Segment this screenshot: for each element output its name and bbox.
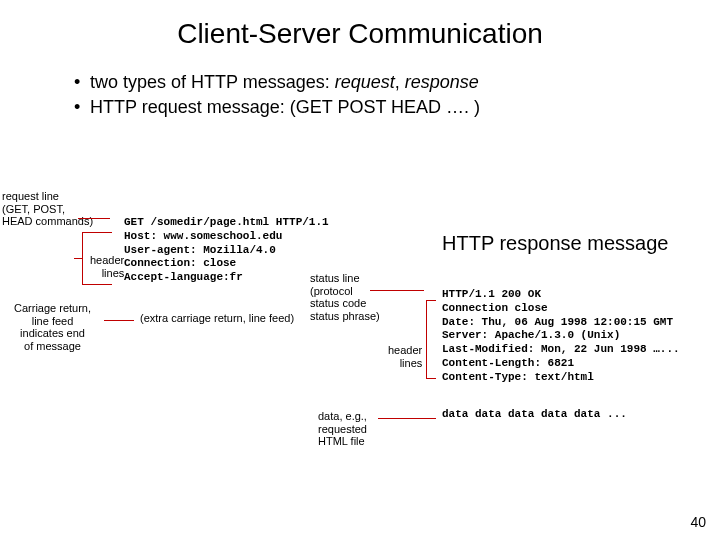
response-data-line: data data data data data ...	[442, 408, 627, 422]
request-message-block: GET /somedir/page.html HTTP/1.1 Host: ww…	[124, 216, 329, 285]
bullet-1: two types of HTTP messages: request, res…	[74, 72, 720, 93]
response-title: HTTP response message	[442, 232, 668, 255]
bullet-1-request: request	[335, 72, 395, 92]
bullet-1-text-a: two types of HTTP messages:	[90, 72, 335, 92]
leader-line	[74, 258, 82, 259]
annotation-header-lines-right: header lines	[388, 344, 422, 369]
annotation-data: data, e.g., requested HTML file	[318, 410, 367, 448]
leader-line	[82, 232, 112, 233]
annotation-status-line: status line (protocol status code status…	[310, 272, 380, 323]
leader-line	[370, 290, 424, 291]
bullet-1-text-c: ,	[395, 72, 405, 92]
bullet-list: two types of HTTP messages: request, res…	[34, 72, 720, 118]
annotation-extra-carriage: (extra carriage return, line feed)	[140, 312, 294, 325]
annotation-carriage-return: Carriage return, line feed indicates end…	[14, 302, 91, 353]
leader-line	[78, 218, 110, 219]
bullet-2: HTTP request message: (GET POST HEAD …. …	[74, 97, 720, 118]
page-number: 40	[690, 514, 706, 530]
annotation-header-lines-left: header lines	[90, 254, 124, 279]
response-message-block: HTTP/1.1 200 OK Connection close Date: T…	[442, 288, 680, 384]
leader-line	[82, 284, 112, 285]
leader-line	[378, 418, 436, 419]
leader-line	[104, 320, 134, 321]
leader-line	[426, 300, 436, 301]
page-title: Client-Server Communication	[0, 18, 720, 50]
annotation-request-line: request line (GET, POST, HEAD commands)	[2, 190, 93, 228]
leader-line	[82, 232, 83, 284]
leader-line	[426, 300, 427, 378]
leader-line	[426, 378, 436, 379]
bullet-1-response: response	[405, 72, 479, 92]
